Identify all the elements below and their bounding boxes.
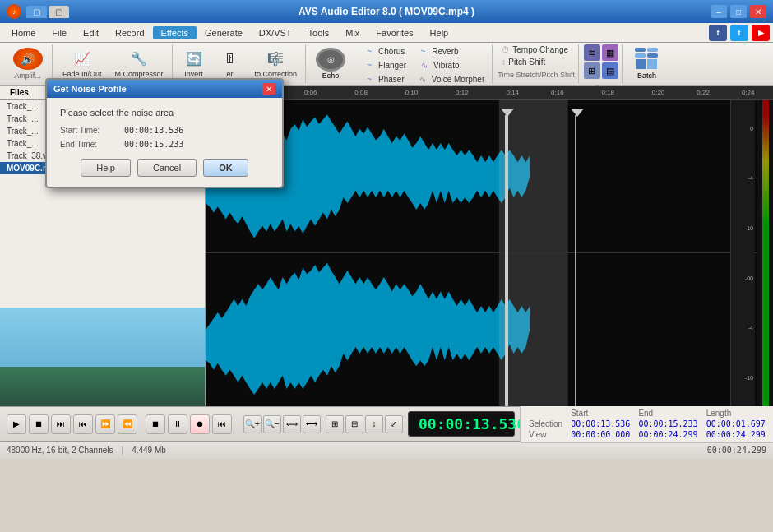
title-bar: ♪ ▢ ▢ AVS Audio Editor 8.0 ( MOV09C.mp4 … <box>0 0 773 23</box>
twitter-button[interactable]: t <box>730 25 748 41</box>
flanger-icon: ~ <box>363 59 376 71</box>
zoom-fit-h-button[interactable]: ⟺ <box>283 415 301 433</box>
filter-icon-1: ≋ <box>584 44 600 61</box>
menu-effects[interactable]: Effects <box>153 26 197 39</box>
compressor-button[interactable]: 🔧 M Compressor <box>110 48 169 81</box>
zoom-in-h-button[interactable]: 🔍+ <box>243 415 262 433</box>
zoom-buttons-2: ⊞ ⊟ ↕ ⤢ <box>326 415 403 433</box>
cancel-button[interactable]: Cancel <box>137 159 197 177</box>
batch-sub-2 <box>647 59 657 69</box>
maximize-button[interactable]: □ <box>730 5 747 18</box>
start-time-field: Start Time: 00:00:13.536 <box>60 126 269 135</box>
ruler-content: nms 0:04 0:06 0:08 0:10 0:12 0:14 0:16 0… <box>209 86 770 99</box>
fade-label: Fade In/Out <box>62 70 102 78</box>
stop-square-button[interactable]: ⏹ <box>29 414 49 434</box>
db-00: -00 <box>733 275 753 281</box>
fade-inout-button[interactable]: 📈 Fade In/Out <box>58 48 107 81</box>
status-bar: 48000 Hz, 16-bit, 2 Channels | 4.449 Mb … <box>0 441 773 459</box>
voice-morpher-button[interactable]: ∿ Voice Morpher <box>412 72 488 86</box>
menu-record[interactable]: Record <box>107 26 152 39</box>
stop-button[interactable]: ⏹ <box>146 414 165 434</box>
chorus-button[interactable]: ~ Chorus <box>359 44 409 58</box>
file-size: 4.449 Mb <box>132 446 166 455</box>
zoom-in-v-button[interactable]: ⊞ <box>326 415 344 433</box>
invert-icon: 🔄 <box>184 50 204 68</box>
tempo-change-button[interactable]: ⏱ Tempo Change <box>498 44 572 55</box>
ruler-0:16: 0:16 <box>551 89 564 96</box>
window-controls: – □ ✕ <box>711 5 766 18</box>
batch-icon <box>635 48 658 58</box>
waveform-area[interactable] <box>206 100 773 406</box>
zoom-sel-v-button[interactable]: ⤢ <box>385 415 403 433</box>
menu-mix[interactable]: Mix <box>337 26 368 39</box>
youtube-button[interactable]: ▶ <box>752 25 770 41</box>
menu-home[interactable]: Home <box>3 26 44 39</box>
batch-sub-1 <box>636 59 646 69</box>
echo-label: Echo <box>322 72 340 80</box>
dialog-close-button[interactable]: ✕ <box>262 83 275 95</box>
phaser-button[interactable]: ~ Phaser <box>359 72 409 86</box>
echo-button[interactable]: ◎ Echo <box>308 44 354 83</box>
ruler-0:12: 0:12 <box>456 89 469 96</box>
video-frame <box>0 308 205 406</box>
sidebar-tab-files[interactable]: Files <box>0 86 39 99</box>
minimize-button[interactable]: – <box>711 5 727 18</box>
ruler-0:06: 0:06 <box>304 89 317 96</box>
pitch-correction-button[interactable]: 🎼 to Correction <box>250 48 303 81</box>
record-button[interactable]: ⏺ <box>190 414 210 434</box>
play-button[interactable]: ▶ <box>7 414 26 434</box>
noise-profile-dialog: Get Noise Profile ✕ Please select the no… <box>45 78 284 188</box>
menu-bar: Home File Edit Record Effects Generate D… <box>0 23 773 43</box>
time-ruler: nms 0:04 0:06 0:08 0:10 0:12 0:14 0:16 0… <box>206 86 773 100</box>
noise-filter-button[interactable]: 🎚 er <box>214 48 247 81</box>
level-bar <box>762 100 769 406</box>
batch-cell-1 <box>635 48 646 52</box>
invert-button[interactable]: 🔄 Invert <box>178 48 211 81</box>
level-meter <box>757 100 773 406</box>
ffwd-button[interactable]: ⏩ <box>95 414 115 434</box>
zoom-fit-v-button[interactable]: ↕ <box>365 415 383 433</box>
sel-empty <box>529 409 562 418</box>
ruler-0:18: 0:18 <box>601 89 614 96</box>
selection-info: Start End Length Selection 00:00:13.536 … <box>520 405 773 443</box>
menu-generate[interactable]: Generate <box>197 26 251 39</box>
vibrato-button[interactable]: ∿ Vibrato <box>414 58 464 72</box>
db-scale: 0 -4 -10 -00 -4 -10 <box>730 100 755 406</box>
next-button[interactable]: ⏭ <box>51 414 71 434</box>
window-title: AVS Audio Editor 8.0 ( MOV09C.mp4 ) <box>299 6 474 17</box>
batch-label: Batch <box>637 72 656 80</box>
menu-dxvst[interactable]: DX/VST <box>251 26 300 39</box>
title-tab-1[interactable]: ▢ <box>26 6 47 18</box>
selection-label: Selection <box>529 419 562 428</box>
amplifier-icon[interactable]: 🔊 <box>13 48 43 70</box>
menu-file[interactable]: File <box>44 26 75 39</box>
menu-favorites[interactable]: Favorites <box>368 26 421 39</box>
pitch-icon: 🎼 <box>266 50 285 68</box>
pitch-shift-button[interactable]: ↕ Pitch Shift <box>498 57 549 67</box>
dialog-body: Please select the noise area Start Time:… <box>47 98 282 187</box>
zoom-sel-button[interactable]: ⟷ <box>303 415 321 433</box>
batch-panel[interactable]: Batch <box>624 44 669 83</box>
to-start-button[interactable]: ⏮ <box>212 414 232 434</box>
facebook-button[interactable]: f <box>709 25 727 41</box>
prev-button[interactable]: ⏮ <box>73 414 93 434</box>
menu-tools[interactable]: Tools <box>300 26 338 39</box>
pause-button[interactable]: ⏸ <box>168 414 187 434</box>
reverb-button[interactable]: ~ Reverb <box>412 44 462 58</box>
title-tab-2[interactable]: ▢ <box>49 6 69 18</box>
chorus-icon: ~ <box>363 45 376 57</box>
help-button[interactable]: Help <box>81 159 131 177</box>
noise-label: er <box>227 70 234 78</box>
reverb-label: Reverb <box>432 47 458 56</box>
end-time-label: End Time: <box>60 140 118 149</box>
filter-icon-3: ⊞ <box>584 62 600 79</box>
ok-button[interactable]: OK <box>203 159 248 177</box>
flanger-button[interactable]: ~ Flanger <box>359 58 410 72</box>
zoom-out-h-button[interactable]: 🔍− <box>263 415 281 433</box>
amplifier-panel: 🔊 Amplif... <box>3 44 53 83</box>
rwd-button[interactable]: ⏪ <box>118 414 137 434</box>
menu-edit[interactable]: Edit <box>75 26 107 39</box>
close-button[interactable]: ✕ <box>750 5 766 18</box>
menu-help[interactable]: Help <box>422 26 457 39</box>
zoom-out-v-button[interactable]: ⊟ <box>345 415 363 433</box>
